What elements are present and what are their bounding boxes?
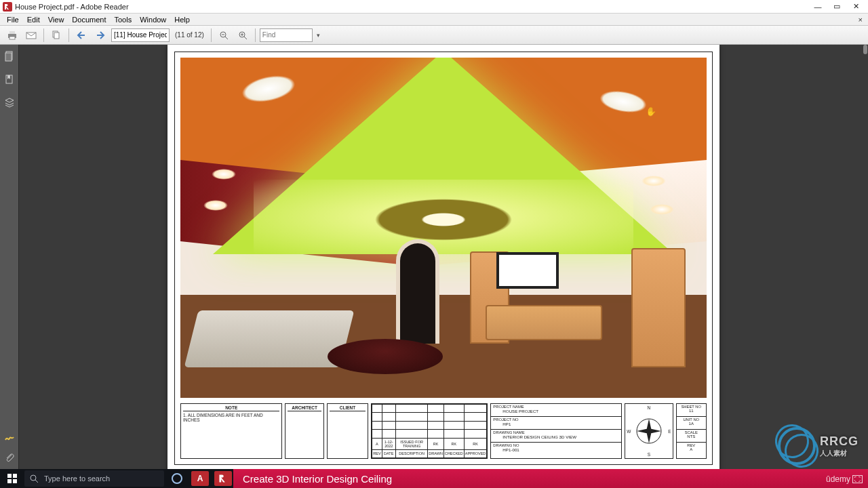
email-button[interactable]: [23, 28, 39, 43]
lesson-title: Create 3D Interior Design Ceiling: [243, 473, 392, 485]
zoom-in-button[interactable]: [235, 28, 251, 43]
drawing-no-value: HP1-001: [493, 447, 619, 452]
window-titlebar: House Project.pdf - Adobe Reader ― ▭ ✕: [0, 0, 868, 14]
compass-e: E: [668, 429, 671, 434]
svg-rect-2: [9, 37, 15, 39]
project-name-value: HOUSE PROJECT: [493, 409, 619, 413]
compass-w: W: [627, 429, 631, 434]
zoom-out-button[interactable]: [216, 28, 232, 43]
separator-icon: [211, 28, 212, 42]
separator-icon: [255, 28, 256, 42]
udemy-watermark: ûdemy ⛶: [826, 474, 863, 484]
client-box: CLIENT: [327, 403, 368, 459]
menu-view[interactable]: View: [44, 16, 68, 24]
adobe-reader-icon: [3, 2, 12, 12]
watermark: RRCG 人人素材: [778, 427, 859, 465]
svg-rect-15: [13, 479, 17, 483]
taskbar-app-adobe-reader[interactable]: [214, 471, 232, 486]
compass-icon: [634, 416, 664, 446]
rev-cell: RK: [428, 438, 444, 449]
svg-rect-12: [7, 474, 12, 478]
separator-icon: [68, 28, 69, 42]
print-button[interactable]: [4, 28, 20, 43]
svg-rect-13: [13, 474, 17, 478]
svg-rect-14: [7, 479, 12, 483]
search-icon: [30, 474, 39, 483]
pages-icon[interactable]: [3, 50, 16, 62]
note-header: NOTE: [183, 405, 279, 411]
next-page-button[interactable]: [92, 28, 108, 43]
note-text: 1. ALL DIMENSIONS ARE IN FEET AND INCHES: [183, 413, 279, 422]
find-dropdown-icon[interactable]: ▾: [315, 32, 321, 39]
rev-cell: ISSUED FOR TRAINING: [395, 438, 427, 449]
rev-cell: RK: [443, 438, 464, 449]
menu-edit[interactable]: Edit: [23, 16, 44, 24]
svg-point-16: [31, 475, 36, 481]
svg-rect-1: [9, 31, 15, 34]
project-info-box: PROJECT NAMEHOUSE PROJECT PROJECT NOHP1 …: [490, 403, 622, 459]
page-title-field[interactable]: [111, 28, 170, 42]
revision-table: A 1-12-2022 ISSUED FOR TRAINING RK RK RK…: [371, 403, 488, 459]
minimize-button[interactable]: ―: [808, 1, 827, 13]
attachments-icon[interactable]: [3, 451, 16, 464]
navigation-panel: [0, 45, 19, 469]
document-area: ✋ NOTE 1. ALL DIMENSIONS ARE IN FEET AND…: [0, 45, 868, 469]
pages-panel-button[interactable]: [48, 28, 64, 43]
signatures-icon[interactable]: [3, 431, 16, 443]
pdf-page: ✋ NOTE 1. ALL DIMENSIONS ARE IN FEET AND…: [167, 45, 719, 469]
prev-page-button[interactable]: [73, 28, 90, 43]
separator-icon: [43, 28, 44, 42]
interior-render-image: ✋: [180, 58, 707, 398]
windows-taskbar: Type here to search A Create 3D Interior…: [0, 469, 868, 488]
page-border: ✋ NOTE 1. ALL DIMENSIONS ARE IN FEET AND…: [174, 52, 713, 465]
title-block: NOTE 1. ALL DIMENSIONS ARE IN FEET AND I…: [180, 403, 707, 459]
document-close-icon[interactable]: ×: [859, 16, 863, 24]
menu-document[interactable]: Document: [68, 16, 110, 24]
bookmarks-icon[interactable]: [3, 73, 16, 85]
taskbar-app-autocad[interactable]: A: [191, 471, 209, 486]
toolbar: (11 of 12) ▾: [0, 26, 868, 45]
north-arrow-box: N E S W: [625, 403, 673, 459]
page-count-label: (11 of 12): [175, 31, 204, 39]
taskbar-search[interactable]: Type here to search: [24, 470, 164, 487]
architect-header: ARCHITECT: [288, 405, 321, 411]
rev-hdr: DRAWN: [428, 449, 444, 458]
rev-cell: A: [372, 438, 382, 449]
rev-cell: 1-12-2022: [382, 438, 395, 449]
start-button[interactable]: [0, 469, 24, 488]
watermark-logo-icon: [778, 427, 816, 465]
close-button[interactable]: ✕: [846, 1, 865, 13]
menu-window[interactable]: Window: [136, 16, 170, 24]
scrollbar-thumb[interactable]: [863, 45, 867, 54]
find-field[interactable]: [260, 28, 313, 42]
layers-icon[interactable]: [3, 96, 16, 108]
search-placeholder: Type here to search: [44, 474, 110, 483]
watermark-text1: RRCG: [820, 434, 859, 449]
hand-cursor-icon: ✋: [646, 106, 656, 117]
menu-help[interactable]: Help: [170, 16, 194, 24]
menu-file[interactable]: File: [3, 16, 23, 24]
watermark-text2: 人人素材: [820, 449, 859, 458]
compass-s: S: [648, 452, 650, 457]
taskbar-apps: A: [167, 469, 233, 488]
svg-rect-9: [5, 53, 12, 61]
rev-value: A: [678, 447, 705, 451]
windows-icon: [7, 474, 17, 483]
sheet-info-box: SHEET NO11 UNIT NO1A SCALENTS REVA: [676, 403, 707, 459]
compass-n: N: [647, 405, 650, 410]
udemy-text: ûdemy: [826, 474, 850, 484]
rev-hdr: CHECKED: [443, 449, 464, 458]
rev-cell: RK: [464, 438, 487, 449]
drawing-name-value: INTERIOR DESIGN CEILING 3D VIEW: [493, 434, 619, 439]
window-controls: ― ▭ ✕: [808, 1, 865, 13]
lesson-title-banner: Create 3D Interior Design Ceiling: [233, 469, 868, 488]
architect-box: ARCHITECT: [285, 403, 323, 459]
page-viewport[interactable]: ✋ NOTE 1. ALL DIMENSIONS ARE IN FEET AND…: [19, 45, 868, 469]
svg-point-17: [172, 474, 182, 483]
taskbar-app-cortana[interactable]: [167, 469, 187, 488]
rev-hdr: APPROVED: [464, 449, 487, 458]
unit-no-value: 1A: [678, 422, 705, 426]
maximize-button[interactable]: ▭: [827, 1, 846, 13]
menu-tools[interactable]: Tools: [111, 16, 136, 24]
fullscreen-icon[interactable]: ⛶: [852, 475, 863, 483]
